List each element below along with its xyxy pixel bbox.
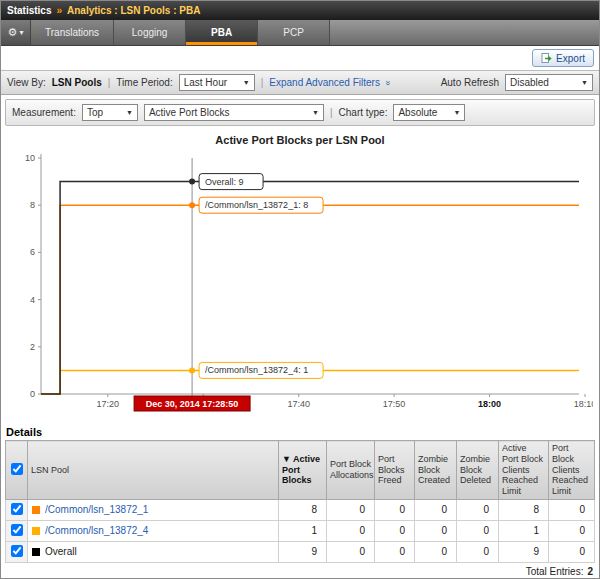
total-entries: Total Entries: 2 [5, 563, 595, 579]
series-value-callout-label: /Common/lsn_13872_1: 8 [205, 200, 308, 210]
filter-bar: View By: LSN Pools | Time Period: Last H… [1, 70, 599, 95]
export-label: Export [556, 53, 585, 64]
content: Export View By: LSN Pools | Time Period:… [1, 46, 599, 579]
metric-value-cell: 0 [375, 499, 415, 520]
column-header-metric[interactable]: Zombie Block Created [415, 441, 457, 500]
tab-pcp[interactable]: PCP [258, 20, 330, 45]
metric-value-cell: 0 [415, 520, 457, 541]
series-value-callout-label: Overall: 9 [205, 177, 244, 187]
tab-pba[interactable]: PBA [186, 20, 258, 45]
gear-icon: ⚙ [8, 26, 18, 39]
sort-desc-icon: ▼ [282, 454, 293, 464]
metric-value-cell: 8 [279, 499, 327, 520]
metric-value-cell: 8 [499, 499, 549, 520]
measurement-label: Measurement: [12, 107, 76, 118]
caret-down-icon: ▾ [19, 28, 23, 37]
chevron-down-icon: ▼ [454, 109, 461, 116]
column-header-metric[interactable]: Active Port Block Clients Reached Limit [499, 441, 549, 500]
chevron-down-icon: ▼ [581, 79, 588, 86]
total-entries-label: Total Entries: [526, 566, 584, 577]
breadcrumb-section[interactable]: Statistics [7, 5, 51, 16]
metric-value-cell: 0 [375, 520, 415, 541]
column-header-metric[interactable]: Port Blocks Freed [375, 441, 415, 500]
details-section: Details LSN Pool▼ Active Port BlocksPort… [1, 424, 599, 579]
x-tick-label: 18:00 [478, 399, 501, 409]
series-marker-dot [189, 202, 195, 208]
total-entries-value: 2 [587, 566, 593, 577]
x-tick-label: 18:10 [574, 399, 593, 409]
select-all-checkbox[interactable] [11, 463, 23, 475]
column-header-metric[interactable]: Port Block Allocations [327, 441, 375, 500]
measurement-top-select[interactable]: Top ▼ [82, 104, 138, 121]
metric-value-cell: 9 [279, 541, 327, 562]
chart-plot[interactable]: 024681017:2017:3017:4017:5018:0018:10Dec… [5, 148, 593, 420]
time-period-value: Last Hour [184, 77, 227, 88]
series-marker-dot [189, 367, 195, 373]
series-value-callout-label: /Common/lsn_13872_4: 1 [205, 365, 308, 375]
y-tick-label: 6 [30, 247, 35, 257]
lsn-pool-name[interactable]: /Common/lsn_13872_1 [45, 504, 148, 515]
export-button[interactable]: Export [532, 49, 594, 67]
chart-type-select[interactable]: Absolute ▼ [393, 104, 465, 121]
column-header-lsn-pool[interactable]: LSN Pool [28, 441, 279, 500]
auto-refresh-label: Auto Refresh [441, 77, 499, 88]
time-period-label: Time Period: [116, 77, 172, 88]
y-tick-label: 8 [30, 200, 35, 210]
metric-value: Active Port Blocks [149, 107, 230, 118]
series-swatch [32, 527, 40, 535]
metric-value-cell: 1 [499, 520, 549, 541]
chevron-down-icon: ▼ [243, 79, 250, 86]
time-period-select[interactable]: Last Hour ▼ [179, 74, 255, 91]
table-row: /Common/lsn_13872_41000010 [6, 520, 595, 541]
x-tick-label: 17:20 [97, 399, 120, 409]
auto-refresh-select[interactable]: Disabled ▼ [505, 74, 593, 91]
chart-type-value: Absolute [398, 107, 437, 118]
settings-menu-button[interactable]: ⚙ ▾ [1, 20, 31, 45]
view-by-label: View By: [7, 77, 46, 88]
details-table: LSN Pool▼ Active Port BlocksPort Block A… [5, 440, 595, 563]
details-heading: Details [5, 424, 595, 440]
measurement-top-value: Top [87, 107, 103, 118]
divider: | [330, 107, 333, 118]
row-checkbox[interactable] [11, 524, 23, 536]
row-checkbox-cell [6, 520, 28, 541]
y-tick-label: 0 [30, 389, 35, 399]
export-icon [541, 52, 552, 64]
expand-advanced-filters-link[interactable]: Expand Advanced Filters » [269, 77, 389, 88]
export-row: Export [1, 46, 599, 70]
metric-value-cell: 0 [457, 520, 499, 541]
select-all-header-cell [6, 441, 28, 500]
breadcrumb-path: Analytics : LSN Pools : PBA [67, 5, 200, 16]
chart-area: Active Port Blocks per LSN Pool 02468101… [1, 134, 599, 424]
divider: | [261, 77, 264, 88]
measurement-bar: Measurement: Top ▼ Active Port Blocks ▼ … [5, 99, 595, 126]
metric-value-cell: 0 [549, 499, 595, 520]
metric-value-cell: 0 [375, 541, 415, 562]
series-swatch [32, 506, 40, 514]
lsn-pool-name[interactable]: /Common/lsn_13872_4 [45, 525, 148, 536]
chevron-down-icon: ▼ [126, 109, 133, 116]
auto-refresh-value: Disabled [510, 77, 549, 88]
metric-value-cell: 0 [327, 520, 375, 541]
lsn-pool-name: Overall [45, 546, 77, 557]
x-tick-label: 17:50 [383, 399, 406, 409]
expand-chevron-icon: » [382, 80, 392, 85]
row-checkbox[interactable] [11, 503, 23, 515]
tab-logging[interactable]: Logging [114, 20, 186, 45]
column-header-metric[interactable]: ▼ Active Port Blocks [279, 441, 327, 500]
column-header-metric[interactable]: Zombie Block Deleted [457, 441, 499, 500]
metric-select[interactable]: Active Port Blocks ▼ [144, 104, 324, 121]
column-header-metric[interactable]: Port Block Clients Reached Limit [549, 441, 595, 500]
chevron-down-icon: ▼ [312, 109, 319, 116]
time-tooltip-label: Dec 30, 2014 17:28:50 [146, 399, 239, 409]
row-checkbox-cell [6, 541, 28, 562]
metric-value-cell: 0 [457, 541, 499, 562]
metric-value-cell: 0 [415, 541, 457, 562]
metric-value-cell: 0 [415, 499, 457, 520]
tab-translations[interactable]: Translations [31, 20, 114, 45]
chart-title: Active Port Blocks per LSN Pool [5, 134, 595, 146]
row-checkbox[interactable] [11, 545, 23, 557]
series-swatch [32, 548, 40, 556]
tab-list: TranslationsLoggingPBAPCP [31, 20, 330, 45]
y-tick-label: 10 [25, 153, 35, 163]
